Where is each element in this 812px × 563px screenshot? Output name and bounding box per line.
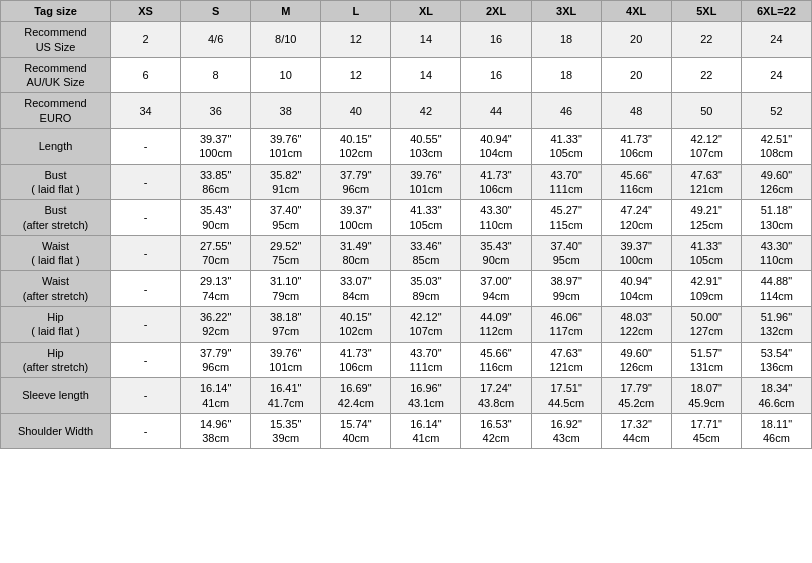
cell-r9-c0: -	[111, 342, 181, 378]
cell-r8-c5: 44.09" 112cm	[461, 307, 531, 343]
cell-r1-c8: 22	[671, 57, 741, 93]
cell-r3-c2: 39.76" 101cm	[251, 129, 321, 165]
cell-r7-c0: -	[111, 271, 181, 307]
cell-r6-c6: 37.40" 95cm	[531, 235, 601, 271]
cell-r5-c4: 41.33" 105cm	[391, 200, 461, 236]
cell-r0-c5: 16	[461, 22, 531, 58]
table-row: Hip ( laid flat )-36.22" 92cm38.18" 97cm…	[1, 307, 812, 343]
col-header-l: L	[321, 1, 391, 22]
table-row: Sleeve length-16.14" 41cm16.41" 41.7cm16…	[1, 378, 812, 414]
cell-r8-c6: 46.06" 117cm	[531, 307, 601, 343]
cell-r7-c4: 35.03" 89cm	[391, 271, 461, 307]
cell-r4-c1: 33.85" 86cm	[181, 164, 251, 200]
cell-r9-c3: 41.73" 106cm	[321, 342, 391, 378]
col-header-4xl: 4XL	[601, 1, 671, 22]
cell-r3-c8: 42.12" 107cm	[671, 129, 741, 165]
cell-r1-c5: 16	[461, 57, 531, 93]
cell-r10-c1: 16.14" 41cm	[181, 378, 251, 414]
cell-r3-c6: 41.33" 105cm	[531, 129, 601, 165]
size-chart: Tag sizeXSSMLXL2XL3XL4XL5XL6XL=22 Recomm…	[0, 0, 812, 449]
cell-r1-c3: 12	[321, 57, 391, 93]
cell-r2-c9: 52	[741, 93, 811, 129]
cell-r10-c8: 18.07" 45.9cm	[671, 378, 741, 414]
col-header-s: S	[181, 1, 251, 22]
table-row: Recommend EURO34363840424446485052	[1, 93, 812, 129]
cell-r4-c9: 49.60" 126cm	[741, 164, 811, 200]
row-label: Length	[1, 129, 111, 165]
cell-r4-c5: 41.73" 106cm	[461, 164, 531, 200]
cell-r6-c3: 31.49" 80cm	[321, 235, 391, 271]
cell-r2-c5: 44	[461, 93, 531, 129]
cell-r0-c7: 20	[601, 22, 671, 58]
cell-r8-c2: 38.18" 97cm	[251, 307, 321, 343]
cell-r3-c9: 42.51" 108cm	[741, 129, 811, 165]
cell-r3-c4: 40.55" 103cm	[391, 129, 461, 165]
col-header-xs: XS	[111, 1, 181, 22]
cell-r4-c0: -	[111, 164, 181, 200]
cell-r1-c6: 18	[531, 57, 601, 93]
row-label: Waist ( laid flat )	[1, 235, 111, 271]
table-row: Recommend US Size24/68/1012141618202224	[1, 22, 812, 58]
cell-r0-c9: 24	[741, 22, 811, 58]
cell-r2-c1: 36	[181, 93, 251, 129]
cell-r7-c1: 29.13" 74cm	[181, 271, 251, 307]
cell-r6-c2: 29.52" 75cm	[251, 235, 321, 271]
cell-r10-c5: 17.24" 43.8cm	[461, 378, 531, 414]
cell-r2-c7: 48	[601, 93, 671, 129]
cell-r0-c8: 22	[671, 22, 741, 58]
cell-r2-c0: 34	[111, 93, 181, 129]
cell-r11-c7: 17.32" 44cm	[601, 413, 671, 449]
col-header-m: M	[251, 1, 321, 22]
row-label: Sleeve length	[1, 378, 111, 414]
cell-r2-c2: 38	[251, 93, 321, 129]
table-row: Length-39.37" 100cm39.76" 101cm40.15" 10…	[1, 129, 812, 165]
row-label: Recommend AU/UK Size	[1, 57, 111, 93]
cell-r3-c1: 39.37" 100cm	[181, 129, 251, 165]
cell-r0-c6: 18	[531, 22, 601, 58]
col-header-6xl-22: 6XL=22	[741, 1, 811, 22]
cell-r4-c7: 45.66" 116cm	[601, 164, 671, 200]
cell-r1-c2: 10	[251, 57, 321, 93]
cell-r7-c9: 44.88" 114cm	[741, 271, 811, 307]
cell-r5-c9: 51.18" 130cm	[741, 200, 811, 236]
cell-r6-c1: 27.55" 70cm	[181, 235, 251, 271]
cell-r0-c1: 4/6	[181, 22, 251, 58]
cell-r8-c0: -	[111, 307, 181, 343]
cell-r7-c8: 42.91" 109cm	[671, 271, 741, 307]
cell-r7-c5: 37.00" 94cm	[461, 271, 531, 307]
cell-r1-c7: 20	[601, 57, 671, 93]
cell-r7-c2: 31.10" 79cm	[251, 271, 321, 307]
cell-r11-c0: -	[111, 413, 181, 449]
table-row: Waist (after stretch)-29.13" 74cm31.10" …	[1, 271, 812, 307]
cell-r3-c7: 41.73" 106cm	[601, 129, 671, 165]
cell-r10-c4: 16.96" 43.1cm	[391, 378, 461, 414]
cell-r4-c4: 39.76" 101cm	[391, 164, 461, 200]
table-row: Waist ( laid flat )-27.55" 70cm29.52" 75…	[1, 235, 812, 271]
row-label: Recommend US Size	[1, 22, 111, 58]
row-label: Recommend EURO	[1, 93, 111, 129]
cell-r11-c2: 15.35" 39cm	[251, 413, 321, 449]
cell-r9-c7: 49.60" 126cm	[601, 342, 671, 378]
cell-r5-c3: 39.37" 100cm	[321, 200, 391, 236]
cell-r0-c0: 2	[111, 22, 181, 58]
cell-r6-c5: 35.43" 90cm	[461, 235, 531, 271]
row-label: Shoulder Width	[1, 413, 111, 449]
cell-r10-c3: 16.69" 42.4cm	[321, 378, 391, 414]
cell-r1-c1: 8	[181, 57, 251, 93]
cell-r9-c5: 45.66" 116cm	[461, 342, 531, 378]
row-label: Hip ( laid flat )	[1, 307, 111, 343]
col-header-2xl: 2XL	[461, 1, 531, 22]
cell-r7-c3: 33.07" 84cm	[321, 271, 391, 307]
cell-r5-c6: 45.27" 115cm	[531, 200, 601, 236]
cell-r4-c8: 47.63" 121cm	[671, 164, 741, 200]
col-header-tag-size: Tag size	[1, 1, 111, 22]
table-row: Hip (after stretch)-37.79" 96cm39.76" 10…	[1, 342, 812, 378]
cell-r11-c6: 16.92" 43cm	[531, 413, 601, 449]
cell-r10-c7: 17.79" 45.2cm	[601, 378, 671, 414]
row-label: Waist (after stretch)	[1, 271, 111, 307]
cell-r3-c0: -	[111, 129, 181, 165]
cell-r9-c8: 51.57" 131cm	[671, 342, 741, 378]
table-row: Bust ( laid flat )-33.85" 86cm35.82" 91c…	[1, 164, 812, 200]
cell-r11-c5: 16.53" 42cm	[461, 413, 531, 449]
col-header-5xl: 5XL	[671, 1, 741, 22]
